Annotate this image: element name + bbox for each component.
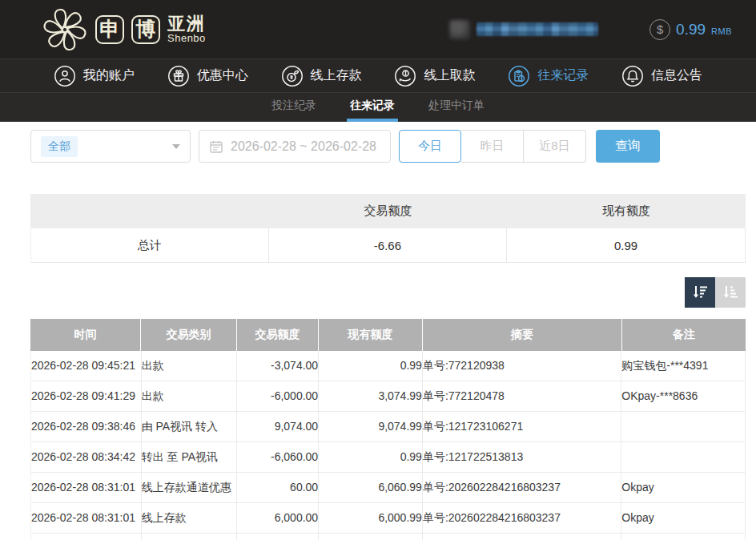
table-row: 2026-02-28 09:45:21 出款 -3,074.00 0.99 单号… <box>30 351 746 381</box>
cell-remark <box>621 534 745 540</box>
calendar-icon <box>209 139 223 154</box>
nav-item-deposit[interactable]: 线上存款 <box>281 65 362 87</box>
yesterday-button[interactable]: 昨日 <box>461 130 524 163</box>
cell-amount: -6,000.00 <box>237 381 319 411</box>
cell-amount: -3,074.00 <box>237 351 319 381</box>
quick-range-group: 今日 昨日 近8日 <box>399 130 586 163</box>
nav-item-announcements[interactable]: 信息公告 <box>621 65 702 87</box>
tab-pending-orders[interactable]: 处理中订单 <box>425 93 488 122</box>
cell-summary: 单号:772120938 <box>423 351 621 381</box>
cell-summary: 单号:202602284216803237 <box>423 503 621 533</box>
cell-balance: 0.99 <box>319 351 423 381</box>
header-remark: 备注 <box>622 319 746 351</box>
blurred-username[interactable] <box>477 22 598 36</box>
cell-summary: 单号:202602284216803237 <box>423 473 621 502</box>
cell-time: 2026-02-28 09:38:46 <box>31 412 142 441</box>
cell-category: 线上存款通道优惠 <box>142 473 238 502</box>
summary-header-balance: 现有额度 <box>507 204 746 219</box>
cell-remark <box>621 412 745 441</box>
balance-amount: 0.99 <box>676 21 706 38</box>
cell-category: 由 PA视讯 转入 <box>142 412 238 441</box>
cell-remark: Okpay <box>621 473 745 502</box>
cell-balance: 6,000.99 <box>319 503 423 533</box>
filter-row: 全部 2026-02-28 ~ 2026-02-28 今日 昨日 近8日 查询 <box>30 130 756 163</box>
summary-total-row: 总计 -6.66 0.99 <box>30 228 746 263</box>
cell-time: 2026-02-28 08:31:01 <box>31 473 142 502</box>
withdraw-icon <box>394 65 416 87</box>
table-row: 2026-02-28 08:31:01 线上存款 6,000.00 6,000.… <box>30 503 746 534</box>
sort-descending-button[interactable] <box>685 277 715 308</box>
site-logo[interactable]: 申 博 亚洲 Shenbo <box>42 6 206 53</box>
cell-category: 出款 <box>142 351 238 381</box>
user-icon <box>54 65 76 87</box>
query-button[interactable]: 查询 <box>596 130 660 163</box>
summary-header-row: 交易额度 现有额度 <box>30 194 746 228</box>
user-avatar[interactable] <box>449 20 470 39</box>
subtab-bar: 投注纪录 往来记录 处理中订单 <box>0 93 756 122</box>
table-row: 2026-02-28 08:34:42 转出 至 PA视讯 -6,060.00 … <box>30 442 746 473</box>
bell-icon <box>621 65 644 87</box>
user-cluster: $ 0.99 RMB <box>449 19 732 40</box>
logo-region-text: 亚洲 <box>167 14 206 33</box>
summary-total-balance: 0.99 <box>507 228 746 262</box>
summary-table: 交易额度 现有额度 总计 -6.66 0.99 <box>30 194 746 263</box>
cell-summary: 单号:121722513813 <box>423 442 621 472</box>
transaction-records-page: 申 博 亚洲 Shenbo $ 0.99 RMB 我的账户 <box>0 0 756 540</box>
sort-descending-icon <box>691 284 709 301</box>
nav-label: 往来记录 <box>537 67 589 84</box>
cell-amount: 9,074.00 <box>237 412 319 441</box>
cell-remark: 购宝钱包-***4391 <box>621 351 745 381</box>
top-header: 申 博 亚洲 Shenbo $ 0.99 RMB <box>0 0 756 58</box>
balance-currency: RMB <box>711 26 732 36</box>
cell-balance: 3,074.99 <box>319 381 423 411</box>
logo-subtitle-text: Shenbo <box>167 33 206 44</box>
cell-amount: -6,060.00 <box>237 442 319 472</box>
category-select[interactable]: 全部 <box>30 130 191 163</box>
sort-controls <box>30 277 746 308</box>
summary-total-label: 总计 <box>30 228 269 262</box>
date-range-picker[interactable]: 2026-02-28 ~ 2026-02-28 <box>199 130 391 163</box>
logo-char-shen: 申 <box>95 15 124 44</box>
sort-ascending-icon <box>722 284 739 301</box>
summary-header-trade: 交易额度 <box>269 204 508 219</box>
tab-bet-records[interactable]: 投注纪录 <box>268 93 320 122</box>
nav-item-records[interactable]: 往来记录 <box>508 65 589 87</box>
cell-remark: Okpay <box>621 503 745 533</box>
cell-time: 2026-02-28 08:34:42 <box>31 442 142 472</box>
cell-amount: 60.00 <box>237 473 319 502</box>
cell-time: 2026-02-28 09:41:29 <box>31 381 142 411</box>
deposit-icon <box>281 65 304 87</box>
last-8-days-button[interactable]: 近8日 <box>524 130 586 163</box>
cell-balance: 0.99 <box>319 442 423 472</box>
cell-time: 2026-02-28 09:45:21 <box>31 351 142 381</box>
gift-icon <box>167 65 190 87</box>
logo-wordmark: 亚洲 Shenbo <box>167 14 206 44</box>
flower-logo-icon <box>42 6 88 53</box>
nav-label: 优惠中心 <box>197 67 248 84</box>
cell-balance: 6,060.99 <box>319 473 423 502</box>
cell-amount <box>237 534 319 540</box>
cell-balance: 9,074.99 <box>319 412 423 441</box>
cell-category: 转出 至 PA视讯 <box>142 442 238 472</box>
cell-remark <box>621 442 745 472</box>
header-balance: 现有额度 <box>319 319 423 351</box>
cell-summary: 单号:121723106271 <box>423 412 621 441</box>
today-button[interactable]: 今日 <box>399 130 461 163</box>
table-row: 2026-02-28 09:38:46 由 PA视讯 转入 9,074.00 9… <box>30 412 746 442</box>
nav-item-promotions[interactable]: 优惠中心 <box>167 65 248 87</box>
cell-category <box>142 534 238 540</box>
chevron-down-icon <box>172 144 180 149</box>
nav-item-withdraw[interactable]: 线上取款 <box>394 65 475 87</box>
main-nav: 我的账户 优惠中心 线上存款 <box>0 58 756 93</box>
sort-ascending-button[interactable] <box>715 277 746 308</box>
nav-label: 线上存款 <box>311 67 362 84</box>
nav-label: 我的账户 <box>83 67 135 84</box>
table-row: 2026-02-28 08:31:01 线上存款通道优惠 60.00 6,060… <box>30 473 746 503</box>
header-amount: 交易额度 <box>237 319 319 351</box>
cell-remark: OKpay-***8636 <box>621 381 745 411</box>
nav-label: 信息公告 <box>651 67 702 84</box>
nav-item-my-account[interactable]: 我的账户 <box>54 65 135 87</box>
tab-transaction-records[interactable]: 往来记录 <box>347 93 398 122</box>
table-row-clipped <box>30 534 746 540</box>
cell-amount: 6,000.00 <box>237 503 319 533</box>
